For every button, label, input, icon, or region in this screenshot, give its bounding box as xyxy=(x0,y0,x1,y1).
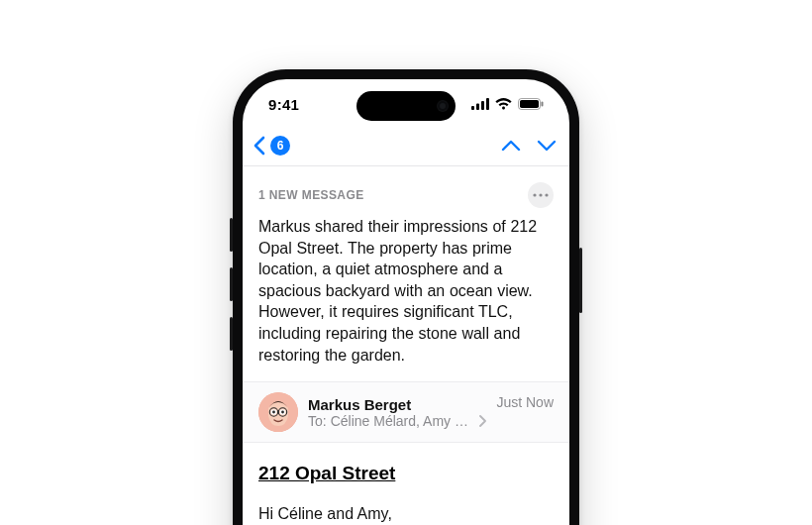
summary-flag: 1 NEW MESSAGE xyxy=(258,188,364,202)
svg-rect-5 xyxy=(520,100,539,108)
battery-icon xyxy=(518,98,544,110)
back-button[interactable] xyxy=(251,135,268,157)
body-greeting: Hi Céline and Amy, xyxy=(258,502,554,525)
summary-text: Markus shared their impressions of 212 O… xyxy=(258,216,554,366)
svg-rect-6 xyxy=(542,102,544,107)
to-label: To: xyxy=(308,413,327,429)
svg-point-12 xyxy=(272,411,275,414)
timestamp: Just Now xyxy=(496,394,554,410)
wifi-icon xyxy=(495,98,512,110)
chevron-right-icon xyxy=(478,415,486,427)
message-body: Hi Céline and Amy, I've just completed a… xyxy=(258,502,554,525)
recipients-row[interactable]: To: Céline Mélard, Amy Byrne xyxy=(308,413,486,429)
sender-row[interactable]: Markus Berget To: Céline Mélard, Amy Byr… xyxy=(243,381,569,443)
svg-point-9 xyxy=(545,193,548,196)
avatar xyxy=(258,392,298,432)
nav-bar: 6 xyxy=(243,129,569,166)
dynamic-island xyxy=(356,91,456,121)
svg-rect-1 xyxy=(476,104,479,111)
svg-point-14 xyxy=(281,411,284,414)
unread-badge[interactable]: 6 xyxy=(270,136,290,156)
status-time: 9:41 xyxy=(268,96,299,113)
more-button[interactable] xyxy=(528,182,554,208)
next-message-button[interactable] xyxy=(536,137,558,155)
svg-point-7 xyxy=(533,193,536,196)
svg-rect-2 xyxy=(481,101,484,110)
sender-name: Markus Berget xyxy=(308,396,486,413)
front-camera-icon xyxy=(438,101,448,111)
svg-rect-0 xyxy=(471,106,474,110)
message-content: 1 NEW MESSAGE Markus shared their impres… xyxy=(243,166,569,525)
prev-message-button[interactable] xyxy=(500,137,522,155)
svg-point-8 xyxy=(539,193,542,196)
subject: 212 Opal Street xyxy=(258,463,554,484)
phone-frame: 9:41 xyxy=(233,69,579,525)
recipients: Céline Mélard, Amy Byrne xyxy=(331,413,475,429)
cellular-icon xyxy=(471,98,489,110)
screen: 9:41 xyxy=(243,79,569,525)
svg-rect-3 xyxy=(486,98,489,110)
